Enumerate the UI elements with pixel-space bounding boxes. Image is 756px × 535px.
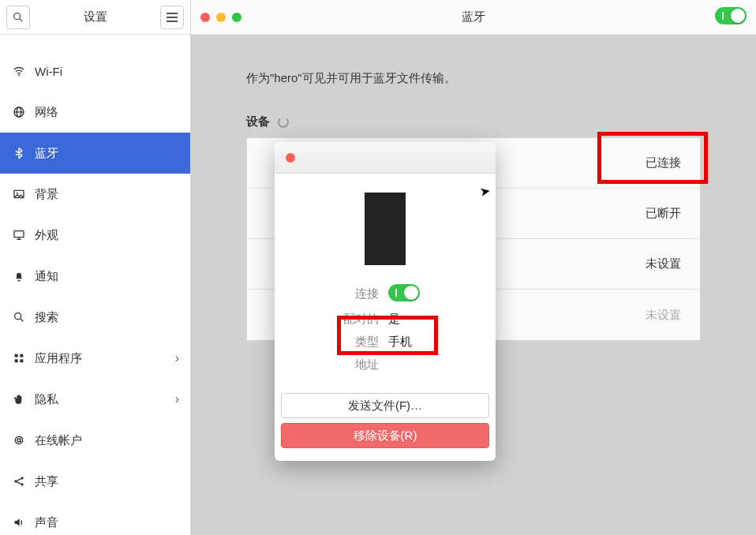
device-status: 未设置 (646, 308, 681, 323)
sidebar-item-label: 外观 (35, 228, 179, 243)
paired-row: 配对的 是 (290, 312, 480, 327)
sidebar-item-network[interactable]: 网络 (0, 92, 190, 133)
hamburger-icon (167, 13, 178, 14)
loading-spinner-icon (278, 117, 289, 128)
close-dialog-button[interactable] (286, 153, 295, 163)
send-file-button[interactable]: 发送文件(F)… (281, 393, 489, 418)
bluetooth-master-toggle[interactable] (715, 7, 747, 27)
bell-icon (11, 270, 27, 282)
sidebar-item-notifications[interactable]: 通知 (0, 256, 190, 297)
grid-icon (11, 352, 27, 365)
device-status: 已连接 (646, 155, 681, 170)
connection-row: 连接 (290, 284, 480, 304)
close-window-button[interactable] (200, 13, 210, 22)
at-icon (11, 434, 27, 447)
type-label: 类型 (338, 335, 379, 350)
sidebar-item-label: 通知 (35, 269, 179, 284)
type-value: 手机 (388, 335, 412, 350)
sidebar-item-label: 蓝牙 (35, 146, 179, 161)
visibility-message: 作为"hero"可见并可用于蓝牙文件传输。 (246, 71, 701, 86)
connection-label: 连接 (338, 286, 379, 301)
search-button[interactable] (6, 6, 30, 29)
devices-heading: 设备 (246, 114, 701, 129)
sidebar-list: Wi-Fi 网络 蓝牙 背景 外观 通知 搜索 应用程序 › (0, 35, 190, 535)
chevron-right-icon: › (175, 392, 179, 406)
minimize-window-button[interactable] (216, 13, 226, 22)
settings-sidebar: 设置 Wi-Fi 网络 蓝牙 背景 外观 通知 (0, 0, 191, 535)
svg-line-22 (17, 482, 21, 484)
sidebar-item-background[interactable]: 背景 (0, 174, 190, 215)
svg-line-1 (20, 19, 22, 21)
bluetooth-icon (11, 147, 27, 159)
globe-icon (11, 106, 27, 118)
sidebar-item-label: 共享 (35, 474, 179, 489)
sidebar-item-privacy[interactable]: 隐私 › (0, 379, 190, 420)
sidebar-item-label: 背景 (35, 187, 179, 202)
wifi-icon (11, 65, 27, 77)
svg-point-11 (15, 313, 21, 320)
svg-rect-8 (14, 231, 24, 238)
sidebar-title: 设置 (30, 9, 160, 24)
maximize-window-button[interactable] (232, 13, 241, 22)
sidebar-item-sound[interactable]: 声音 (0, 502, 190, 535)
sidebar-item-online-accounts[interactable]: 在线帐户 (0, 420, 190, 461)
share-icon (11, 475, 27, 488)
svg-point-0 (14, 13, 21, 19)
page-title: 蓝牙 (462, 9, 485, 24)
main-header: 蓝牙 (191, 0, 756, 35)
sidebar-header: 设置 (0, 0, 190, 35)
svg-line-21 (17, 479, 21, 481)
hand-icon (11, 393, 27, 406)
address-row: 地址 (290, 357, 480, 372)
sidebar-item-bluetooth[interactable]: 蓝牙 (0, 133, 190, 174)
device-details-dialog: 连接 配对的 是 类型 手机 地址 发送文件(F)… 移除设备(R) (275, 142, 496, 461)
device-image (365, 193, 406, 265)
chevron-right-icon: › (175, 351, 179, 365)
remove-device-button[interactable]: 移除设备(R) (281, 423, 489, 448)
device-status: 未设置 (646, 256, 681, 271)
type-row: 类型 手机 (290, 335, 480, 350)
paired-value: 是 (388, 312, 400, 327)
sidebar-item-label: 隐私 (35, 392, 175, 407)
sidebar-item-search[interactable]: 搜索 (0, 297, 190, 338)
connection-toggle[interactable] (388, 284, 420, 304)
sidebar-item-label: 应用程序 (35, 351, 175, 366)
sound-icon (11, 516, 27, 529)
svg-rect-13 (15, 354, 18, 357)
image-icon (11, 188, 27, 200)
svg-rect-15 (15, 359, 18, 362)
sidebar-item-wifi[interactable]: Wi-Fi (0, 51, 190, 92)
address-label: 地址 (338, 357, 379, 372)
svg-rect-14 (20, 354, 23, 357)
dialog-body: 连接 配对的 是 类型 手机 地址 (275, 174, 496, 393)
device-status: 已断开 (646, 206, 681, 221)
sidebar-item-label: 声音 (35, 515, 179, 530)
dialog-buttons: 发送文件(F)… 移除设备(R) (275, 393, 496, 461)
sidebar-item-applications[interactable]: 应用程序 › (0, 338, 190, 379)
sidebar-item-label: 在线帐户 (35, 433, 179, 448)
search-icon (11, 311, 27, 324)
sidebar-item-label: 搜索 (35, 310, 179, 325)
devices-label: 设备 (246, 114, 270, 129)
sidebar-item-label: 网络 (35, 105, 179, 120)
svg-point-7 (17, 193, 18, 194)
menu-button[interactable] (160, 6, 184, 29)
window-controls (200, 13, 241, 22)
dialog-header[interactable] (275, 142, 496, 174)
sidebar-item-appearance[interactable]: 外观 (0, 215, 190, 256)
monitor-icon (11, 229, 27, 241)
paired-label: 配对的 (338, 312, 379, 327)
sidebar-item-label: Wi-Fi (35, 65, 179, 78)
svg-rect-16 (20, 359, 23, 362)
svg-point-2 (18, 74, 20, 76)
svg-line-12 (21, 319, 23, 321)
sidebar-item-sharing[interactable]: 共享 (0, 461, 190, 502)
search-icon (12, 11, 24, 24)
